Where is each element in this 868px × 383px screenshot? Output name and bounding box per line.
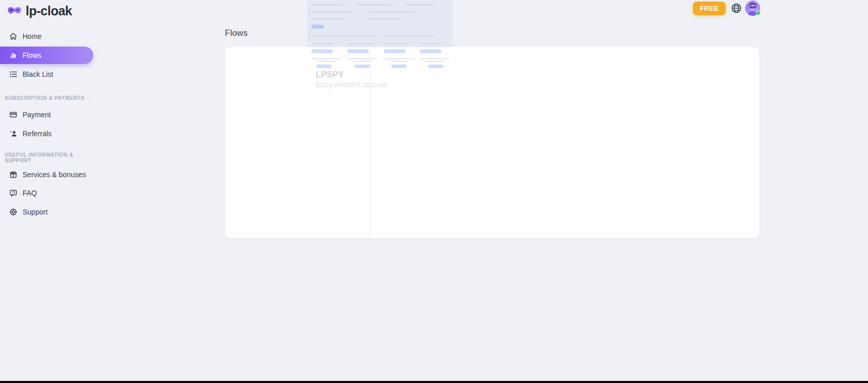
sidebar-item-label: Payment <box>23 111 51 119</box>
brand: lp-cloak <box>7 4 72 18</box>
sidebar-item-black-list[interactable]: Black List <box>0 66 123 83</box>
home-icon <box>9 32 17 40</box>
mask-logo-icon <box>7 6 22 16</box>
sidebar-section-support: USEFUL INFORMATION & SUPPORT <box>0 155 93 161</box>
support-helm-icon <box>9 208 17 216</box>
sidebar-item-label: FAQ <box>23 189 37 197</box>
sidebar-item-referrals[interactable]: Referrals <box>0 125 123 142</box>
sidebar-item-label: Home <box>23 32 41 40</box>
brand-name: lp-cloak <box>26 4 72 18</box>
faq-bubble-icon: ?! <box>9 189 17 197</box>
sidebar-item-services-bonuses[interactable]: Services & bonuses <box>0 166 123 183</box>
section-dash <box>0 98 2 98</box>
list-icon <box>9 70 17 78</box>
referral-person-icon <box>9 130 17 138</box>
ghost-preview-top <box>307 0 453 47</box>
sidebar-item-support[interactable]: Support <box>0 203 123 221</box>
sidebar-section-subscription: SUBSCRIPTION & PAYMENTS <box>0 95 93 101</box>
screen-bottom-edge <box>0 381 868 383</box>
sidebar-item-label: Black List <box>23 70 53 78</box>
sidebar-item-label: Services & bonuses <box>23 171 86 179</box>
sidebar-item-label: Referrals <box>23 130 52 138</box>
gift-icon <box>9 171 17 179</box>
plan-badge-free[interactable]: FREE <box>693 2 726 15</box>
sidebar-item-home[interactable]: Home <box>0 28 123 45</box>
sidebar-item-label: Support <box>23 208 48 216</box>
flow-creating-card <box>225 47 759 238</box>
svg-text:?!: ?! <box>12 190 15 194</box>
page-title: Flows <box>225 28 247 38</box>
sidebar-item-flows[interactable]: Flows <box>0 47 93 64</box>
flows-stack-icon <box>9 51 17 59</box>
section-line <box>87 98 93 98</box>
language-globe-icon[interactable] <box>731 3 742 14</box>
online-status-dot <box>756 11 760 15</box>
sidebar-item-faq[interactable]: ?! FAQ <box>0 184 123 202</box>
section-label: SUBSCRIPTION & PAYMENTS <box>5 95 84 101</box>
card-divider <box>370 47 370 238</box>
sidebar-item-label: Flows <box>23 51 41 59</box>
section-label: USEFUL INFORMATION & SUPPORT <box>5 152 93 163</box>
sidebar-item-payment[interactable]: Payment <box>0 106 123 123</box>
credit-card-icon <box>9 111 17 119</box>
